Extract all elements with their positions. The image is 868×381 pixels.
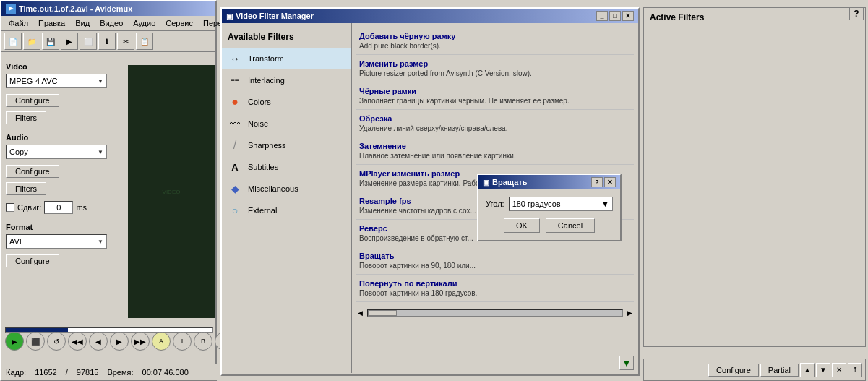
menu-service[interactable]: Сервис xyxy=(161,17,197,29)
filter-category-colors-label: Colors xyxy=(248,98,271,106)
help-icon[interactable]: ? xyxy=(849,7,864,20)
audio-codec-combo[interactable]: Copy ▼ xyxy=(6,145,107,159)
scroll-left[interactable]: ◀ xyxy=(356,309,364,317)
frame-total: 97815 xyxy=(77,368,99,377)
rotate-angle-combo[interactable]: 180 градусов ▼ xyxy=(509,197,613,211)
main-window: ▶ Time.out.1.of.2.avi - Avidemux Файл Пр… xyxy=(0,0,217,381)
rotate-close-btn[interactable]: ✕ xyxy=(604,177,616,187)
marker-a-btn[interactable]: A xyxy=(152,332,171,351)
filter-entry-1[interactable]: Изменить размер Picture resizer ported f… xyxy=(356,55,634,82)
menu-file[interactable]: Файл xyxy=(4,17,33,29)
subtitles-icon: A xyxy=(228,160,242,174)
menu-audio[interactable]: Аудио xyxy=(129,17,160,29)
marker-b-btn[interactable]: I xyxy=(173,332,192,351)
audio-codec-value: Copy xyxy=(9,147,28,156)
save-btn[interactable]: 💾 xyxy=(42,33,59,50)
filter-entry-4[interactable]: Затемнение Плавное затемнение или появле… xyxy=(356,137,634,165)
open-btn[interactable]: 📁 xyxy=(23,33,40,50)
move-top-btn[interactable]: ⤒ xyxy=(848,363,862,377)
video-codec-combo[interactable]: MPEG-4 AVC ▼ xyxy=(6,74,107,88)
format-combo[interactable]: AVI ▼ xyxy=(6,234,107,249)
filter-category-noise-label: Noise xyxy=(248,119,268,128)
video-configure-btn[interactable]: Configure xyxy=(6,94,59,107)
prev-btn[interactable]: ◀ xyxy=(89,332,108,351)
menubar: Файл Правка Вид Видео Аудио Сервис Перес… xyxy=(1,16,215,31)
available-filters-title: Available Filters xyxy=(222,29,351,48)
active-filters-toolbar: Configure Partial ▲ ▼ ✕ ⤒ xyxy=(643,359,866,381)
active-partial-btn[interactable]: Partial xyxy=(760,364,799,377)
close-btn[interactable]: ✕ xyxy=(622,11,634,21)
rotate-body: Угол: 180 градусов ▼ OK Cancel xyxy=(478,189,620,240)
filter-category-miscellaneous-label: Miscellaneous xyxy=(248,184,298,193)
rotate-dialog-icon: ▣ xyxy=(483,179,489,187)
filter-entry-1-title: Изменить размер xyxy=(359,59,631,68)
filter-entry-1-desc: Picture resizer ported from Avisynth (C … xyxy=(359,69,631,77)
video-codec-value: MPEG-4 AVC xyxy=(9,77,57,85)
move-up-btn[interactable]: ▲ xyxy=(800,363,815,377)
noise-icon: 〰 xyxy=(228,116,242,131)
menu-video[interactable]: Видео xyxy=(95,17,127,29)
filter-entry-9[interactable]: Повернуть по вертикали Поворот картинки … xyxy=(356,275,634,302)
marker-b2-btn[interactable]: B xyxy=(194,332,212,351)
audio-codec-arrow: ▼ xyxy=(98,149,103,155)
video-filters-btn[interactable]: Filters xyxy=(6,111,46,124)
filter-entry-2-desc: Заполняет границы картинки чёрным. Не из… xyxy=(359,97,631,105)
copy2-btn[interactable]: ✂ xyxy=(117,33,134,50)
paste-btn[interactable]: 📋 xyxy=(136,33,153,50)
filter-entry-2[interactable]: Чёрные рамки Заполняет границы картинки … xyxy=(356,82,634,110)
new-btn[interactable]: 📄 xyxy=(4,33,22,50)
filter-category-noise[interactable]: 〰 Noise xyxy=(222,113,351,134)
rotate-ok-btn[interactable]: OK xyxy=(504,218,540,233)
filter-scrollbar[interactable]: ◀ ▶ xyxy=(356,307,634,318)
status-bar: Кадр: 11652 / 97815 Время: 00:07:46.080 xyxy=(1,364,218,380)
scroll-right[interactable]: ▶ xyxy=(626,309,634,317)
stop-btn[interactable]: ⬜ xyxy=(80,33,97,50)
play-btn[interactable]: ▶ xyxy=(5,332,24,351)
delete-btn[interactable]: ✕ xyxy=(832,363,846,377)
sharpness-icon: / xyxy=(228,138,242,153)
filter-entry-0[interactable]: Добавить чёрную рамку Add pure black bor… xyxy=(356,27,634,55)
stop-btn2[interactable]: ⬛ xyxy=(26,332,45,351)
minimize-btn[interactable]: _ xyxy=(596,11,608,21)
rotate-help-btn[interactable]: ? xyxy=(591,177,603,187)
filter-category-subtitles[interactable]: A Subtitles xyxy=(222,156,351,178)
next-frame-btn[interactable]: ▶▶ xyxy=(131,332,150,351)
filter-entry-8[interactable]: Вращать Поворот картинки на 90, 180 или.… xyxy=(356,247,634,275)
props-btn[interactable]: ℹ xyxy=(98,33,116,50)
shift-input[interactable] xyxy=(44,201,73,214)
move-down-btn[interactable]: ▼ xyxy=(816,363,830,377)
filter-window-title: Video Filter Manager xyxy=(236,12,314,20)
active-configure-btn[interactable]: Configure xyxy=(708,364,759,377)
filter-category-miscellaneous[interactable]: ◆ Miscellaneous xyxy=(222,178,351,200)
menu-edit[interactable]: Правка xyxy=(34,17,69,29)
filter-category-interlacing[interactable]: ≡≡ Interlacing xyxy=(222,69,351,91)
encode-btn[interactable]: ▶ xyxy=(61,33,78,50)
next-btn[interactable]: ▶ xyxy=(110,332,129,351)
filter-entry-3[interactable]: Обрезка Удаление линий сверху/книзу/спра… xyxy=(356,110,634,137)
filter-category-transform[interactable]: ↔ Transform xyxy=(222,48,351,69)
filter-entry-8-title: Вращать xyxy=(359,252,631,260)
filter-category-interlacing-label: Interlacing xyxy=(248,76,285,85)
filter-category-external[interactable]: ○ External xyxy=(222,200,351,221)
filter-category-colors[interactable]: ● Colors xyxy=(222,91,351,113)
main-titlebar: ▶ Time.out.1.of.2.avi - Avidemux xyxy=(1,1,215,16)
filter-category-subtitles-label: Subtitles xyxy=(248,163,278,171)
time-value: 00:07:46.080 xyxy=(142,368,189,377)
format-configure-btn[interactable]: Configure xyxy=(6,254,59,267)
menu-view[interactable]: Вид xyxy=(71,17,94,29)
maximize-btn[interactable]: □ xyxy=(609,11,621,21)
format-arrow: ▼ xyxy=(98,239,103,245)
scroll-thumb[interactable] xyxy=(368,310,397,316)
prev-frame-btn[interactable]: ◀◀ xyxy=(68,332,87,351)
add-filter-btn[interactable]: ▼ xyxy=(619,356,634,370)
scroll-track[interactable] xyxy=(367,309,623,317)
rotate-titlebar: ▣ Вращать ? ✕ xyxy=(478,175,620,189)
audio-configure-btn[interactable]: Configure xyxy=(6,165,59,178)
filter-entry-9-title: Повернуть по вертикали xyxy=(359,279,631,288)
rewind-btn[interactable]: ↺ xyxy=(47,332,66,351)
rotate-cancel-btn[interactable]: Cancel xyxy=(546,218,595,233)
audio-filters-btn[interactable]: Filters xyxy=(6,182,46,195)
shift-checkbox[interactable] xyxy=(6,203,14,212)
filter-category-sharpness[interactable]: / Sharpness xyxy=(222,134,351,156)
rotate-angle-label: Угол: xyxy=(486,200,504,208)
